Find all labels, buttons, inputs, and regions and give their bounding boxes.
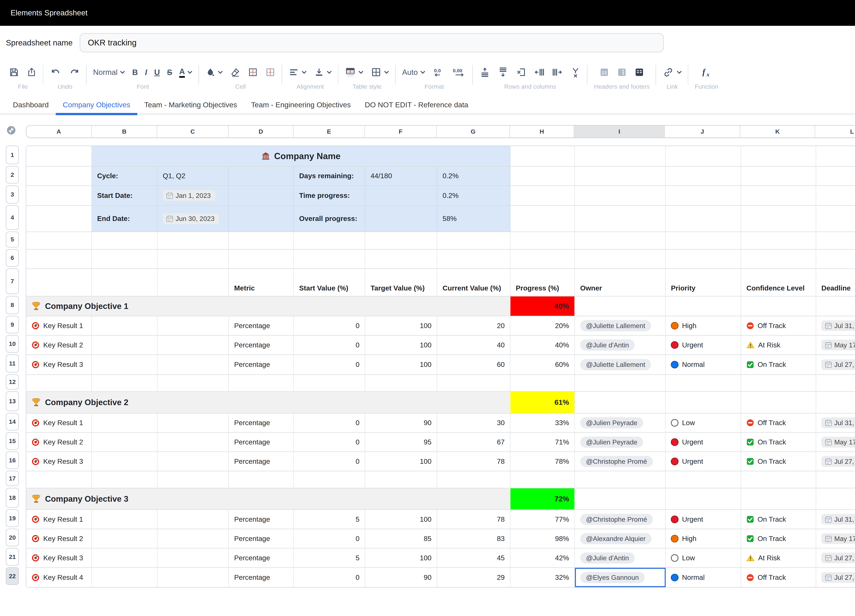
- cell-I13[interactable]: [575, 392, 666, 413]
- row-header-6[interactable]: 6: [6, 249, 18, 267]
- column-header-D[interactable]: D: [228, 125, 294, 138]
- strikethrough-button[interactable]: S: [167, 68, 172, 77]
- cell-H21[interactable]: 42%: [510, 549, 575, 567]
- cell-E7[interactable]: Start Value (%): [294, 269, 365, 296]
- cell-C16[interactable]: [158, 452, 229, 471]
- cell-D4[interactable]: [229, 206, 294, 232]
- cell-I20[interactable]: @Alexandre Alquier: [575, 529, 666, 548]
- cell-K19[interactable]: On Track: [741, 510, 816, 529]
- cell-H22[interactable]: 32%: [510, 568, 575, 587]
- save-button[interactable]: [9, 67, 19, 78]
- row-header-17[interactable]: 17: [6, 471, 18, 486]
- cell-H11[interactable]: 60%: [510, 355, 575, 374]
- spreadsheet-name-input[interactable]: [80, 33, 664, 52]
- cell-I19[interactable]: @Christophe Promé: [575, 510, 666, 529]
- cell-E3[interactable]: Time progress:: [294, 186, 365, 205]
- column-header-E[interactable]: E: [294, 125, 365, 138]
- function-button[interactable]: fx: [700, 66, 713, 78]
- cell-L10[interactable]: May 17, 2023: [816, 336, 855, 355]
- cell-A3[interactable]: [26, 186, 92, 205]
- cell-C12[interactable]: [158, 375, 229, 391]
- cell-I7[interactable]: Owner: [575, 269, 666, 296]
- cell-J7[interactable]: Priority: [666, 269, 741, 296]
- cell-B3[interactable]: Start Date:: [92, 186, 157, 205]
- cell-J2[interactable]: [666, 167, 741, 185]
- cell-H16[interactable]: 78%: [510, 452, 575, 471]
- cell-K18[interactable]: [741, 488, 816, 509]
- row-header-15[interactable]: 15: [6, 432, 18, 450]
- cell-K12[interactable]: [741, 375, 816, 391]
- cell-A6[interactable]: [26, 250, 92, 269]
- cell-A21[interactable]: Key Result 3: [26, 549, 92, 567]
- cell-K15[interactable]: On Track: [741, 433, 816, 451]
- cell-D5[interactable]: [229, 232, 294, 249]
- cell-K11[interactable]: On Track: [741, 355, 816, 374]
- cell-C7[interactable]: [158, 269, 229, 296]
- cell-B9[interactable]: [92, 316, 157, 335]
- cell-F14[interactable]: 90: [365, 414, 437, 432]
- cell-L4[interactable]: [816, 206, 855, 232]
- cell-D7[interactable]: Metric: [229, 269, 294, 296]
- cell-A12[interactable]: [26, 375, 92, 391]
- cell-E12[interactable]: [294, 375, 365, 391]
- cell-J3[interactable]: [666, 186, 741, 205]
- underline-button[interactable]: U: [154, 68, 160, 77]
- row-header-4[interactable]: 4: [6, 205, 18, 230]
- cell-L9[interactable]: Jul 31, 2023: [816, 316, 855, 335]
- cell-L7[interactable]: Deadline: [816, 269, 855, 296]
- cell-G19[interactable]: 78: [437, 510, 510, 529]
- cell-C9[interactable]: [158, 316, 229, 335]
- cell-I22[interactable]: @Elyes Gannoun: [575, 568, 666, 587]
- cell-H19[interactable]: 77%: [510, 510, 575, 529]
- cell-D19[interactable]: Percentage: [229, 510, 294, 529]
- fill-color-button[interactable]: [205, 67, 223, 78]
- cell-L15[interactable]: May 17, 2023: [816, 433, 855, 451]
- cell-A8[interactable]: Company Objective 1: [26, 297, 510, 316]
- tab-company-objectives[interactable]: Company Objectives: [56, 97, 137, 115]
- cell-E4[interactable]: Overall progress:: [294, 206, 365, 232]
- cell-I16[interactable]: @Christophe Promé: [575, 452, 666, 471]
- cell-K3[interactable]: [741, 186, 816, 205]
- cell-B19[interactable]: [92, 510, 157, 529]
- cell-D9[interactable]: Percentage: [229, 316, 294, 335]
- merge-cells-button[interactable]: [265, 67, 276, 78]
- row-header-20[interactable]: 20: [6, 529, 18, 546]
- borders-button[interactable]: [248, 67, 258, 78]
- cell-F7[interactable]: Target Value (%): [365, 269, 437, 296]
- cell-A7[interactable]: [26, 269, 92, 296]
- horizontal-align-button[interactable]: [288, 67, 306, 78]
- cell-A9[interactable]: Key Result 1: [26, 316, 92, 335]
- cell-J12[interactable]: [666, 375, 741, 391]
- cell-E22[interactable]: 0: [294, 568, 365, 587]
- cell-L20[interactable]: May 17, 2023: [816, 529, 855, 548]
- cell-H18[interactable]: 72%: [510, 488, 575, 509]
- cell-C22[interactable]: [158, 568, 229, 587]
- cell-F16[interactable]: 100: [365, 452, 437, 471]
- cell-D12[interactable]: [229, 375, 294, 391]
- cell-A5[interactable]: [26, 232, 92, 249]
- cell-K16[interactable]: On Track: [741, 452, 816, 471]
- cell-L17[interactable]: [816, 471, 855, 488]
- column-header-A[interactable]: A: [26, 125, 92, 138]
- cell-G4[interactable]: 58%: [437, 206, 510, 232]
- cell-J5[interactable]: [666, 232, 741, 249]
- cell-A16[interactable]: Key Result 3: [26, 452, 92, 471]
- cell-K7[interactable]: Confidence Level: [741, 269, 816, 296]
- cell-K2[interactable]: [741, 167, 816, 185]
- cell-E17[interactable]: [294, 471, 365, 488]
- header-row-button[interactable]: [599, 67, 610, 78]
- cell-H9[interactable]: 20%: [510, 316, 575, 335]
- cell-J16[interactable]: Urgent: [666, 452, 741, 471]
- insert-column-right-button[interactable]: [552, 67, 563, 78]
- row-header-18[interactable]: 18: [6, 488, 18, 507]
- cell-A13[interactable]: Company Objective 2: [26, 392, 510, 413]
- cell-C21[interactable]: [158, 549, 229, 567]
- cell-A22[interactable]: Key Result 4: [26, 568, 92, 587]
- cell-B4[interactable]: End Date:: [92, 206, 157, 232]
- cell-A19[interactable]: Key Result 1: [26, 510, 92, 529]
- row-header-13[interactable]: 13: [6, 391, 18, 411]
- cell-C19[interactable]: [158, 510, 229, 529]
- cell-A2[interactable]: [26, 167, 92, 185]
- cell-L6[interactable]: [816, 250, 855, 269]
- cell-E9[interactable]: 0: [294, 316, 365, 335]
